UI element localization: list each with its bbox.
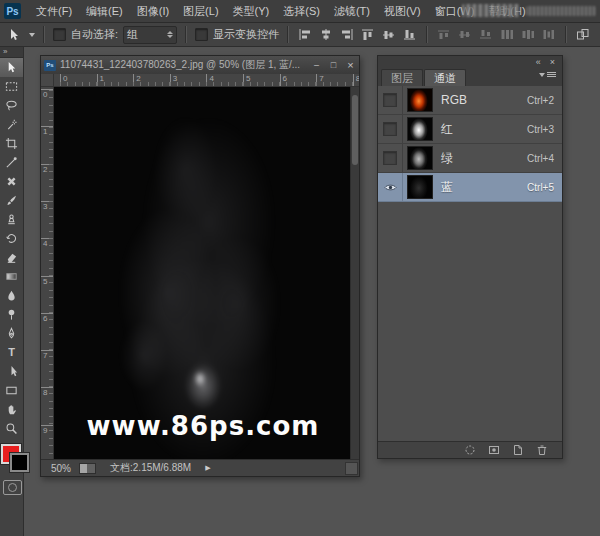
align-right-edges-icon[interactable] (339, 27, 355, 43)
toolbar-collapse-icon[interactable]: » (0, 47, 23, 58)
align-top-edges-icon[interactable] (360, 27, 376, 43)
quick-mask-mode-icon[interactable] (3, 480, 22, 495)
visibility-toggle[interactable] (378, 173, 403, 201)
maximize-icon[interactable]: □ (325, 57, 342, 74)
ruler-mark: 3 (170, 74, 177, 87)
document-title-bar[interactable]: Ps 11074431_122403780263_2.jpg @ 50% (图层… (41, 56, 359, 75)
panel-group-header: « × (378, 56, 562, 68)
document-size-icon (79, 463, 96, 474)
channel-shortcut: Ctrl+3 (527, 124, 562, 135)
channel-row-blue[interactable]: 蓝 Ctrl+5 (378, 173, 562, 202)
tool-options-bar: 自动选择: 组 显示变换控件 (0, 23, 600, 47)
align-left-edges-icon[interactable] (297, 27, 313, 43)
tool-blur[interactable] (0, 286, 23, 305)
visibility-toggle[interactable] (378, 86, 403, 114)
tool-rectangular-marquee[interactable] (0, 77, 23, 96)
delete-channel-icon[interactable] (535, 444, 548, 457)
auto-select-dropdown[interactable]: 组 (123, 26, 177, 44)
visibility-toggle[interactable] (378, 144, 403, 172)
ruler-mark: 9 (41, 425, 54, 435)
ruler-mark: 6 (280, 74, 287, 87)
tab-channels[interactable]: 通道 (424, 69, 466, 86)
tool-clone-stamp[interactable] (0, 210, 23, 229)
channel-shortcut: Ctrl+4 (527, 153, 562, 164)
separator (287, 26, 289, 43)
close-panel-icon[interactable]: × (550, 57, 555, 67)
close-icon[interactable]: × (342, 57, 359, 74)
tool-eraser[interactable] (0, 248, 23, 267)
menu-filter[interactable]: 滤镜(T) (327, 1, 377, 22)
distribute-vertical-centers-icon (457, 27, 473, 43)
tool-zoom[interactable] (0, 419, 23, 438)
ruler-mark: 8 (353, 74, 359, 87)
align-horizontal-centers-icon[interactable] (318, 27, 334, 43)
tool-dodge[interactable] (0, 305, 23, 324)
minimize-icon[interactable]: – (308, 57, 325, 74)
tool-path-selection[interactable] (0, 362, 23, 381)
auto-select-label: 自动选择: (71, 27, 118, 42)
move-tool-preset-icon[interactable] (6, 27, 22, 43)
distribute-left-edges-icon (499, 27, 515, 43)
menu-view[interactable]: 视图(V) (377, 1, 428, 22)
vertical-scrollbar[interactable] (350, 87, 359, 461)
menu-layer[interactable]: 图层(L) (176, 1, 225, 22)
preset-dropdown-icon[interactable] (29, 33, 35, 37)
vertical-ruler: 012345678910 (41, 87, 54, 461)
new-channel-icon[interactable] (511, 444, 524, 457)
zoom-level-field[interactable]: 50% (41, 463, 79, 474)
empty-eye-checkbox[interactable] (383, 151, 397, 165)
menu-image[interactable]: 图像(I) (130, 1, 176, 22)
channel-shortcut: Ctrl+5 (527, 182, 562, 193)
tool-crop[interactable] (0, 134, 23, 153)
panel-bottom-bar (378, 441, 562, 458)
collapse-panel-icon[interactable]: « (536, 57, 541, 67)
channel-row-red[interactable]: 红 Ctrl+3 (378, 115, 562, 144)
empty-eye-checkbox[interactable] (383, 93, 397, 107)
visibility-toggle[interactable] (378, 115, 403, 143)
background-color-swatch[interactable] (10, 453, 29, 472)
ruler-corner (41, 74, 54, 87)
panel-menu-icon[interactable] (539, 72, 556, 77)
tool-spot-healing-brush[interactable] (0, 172, 23, 191)
tool-type[interactable]: T (0, 343, 23, 362)
empty-eye-checkbox[interactable] (383, 122, 397, 136)
tool-hand[interactable] (0, 400, 23, 419)
auto-select-value: 组 (127, 27, 138, 42)
blurred-watermark (526, 6, 596, 16)
channel-row-green[interactable]: 绿 Ctrl+4 (378, 144, 562, 173)
tool-move[interactable] (0, 58, 23, 77)
photoshop-window: Ps 文件(F) 编辑(E) 图像(I) 图层(L) 类型(Y) 选择(S) 滤… (0, 0, 600, 536)
tool-quick-selection[interactable] (0, 115, 23, 134)
distribute-horizontal-centers-icon (520, 27, 536, 43)
channel-row-rgb[interactable]: RGB Ctrl+2 (378, 86, 562, 115)
load-channel-as-selection-icon[interactable] (463, 444, 476, 457)
menu-select[interactable]: 选择(S) (276, 1, 327, 22)
document-window: Ps 11074431_122403780263_2.jpg @ 50% (图层… (40, 55, 360, 477)
channels-panel: « × 图层 通道 RGB Ctrl+2 红 Ctrl+3 (377, 55, 563, 459)
menu-edit[interactable]: 编辑(E) (79, 1, 130, 22)
channel-name: RGB (441, 93, 527, 107)
tab-layers[interactable]: 图层 (381, 69, 423, 86)
color-swatches (1, 444, 31, 474)
auto-align-layers-icon[interactable] (575, 27, 591, 43)
show-transform-checkbox[interactable] (195, 28, 208, 41)
tool-brush[interactable] (0, 191, 23, 210)
menu-file[interactable]: 文件(F) (29, 1, 79, 22)
save-selection-as-channel-icon[interactable] (487, 444, 500, 457)
tool-eyedropper[interactable] (0, 153, 23, 172)
tool-gradient[interactable] (0, 267, 23, 286)
scrollbar-thumb[interactable] (352, 95, 358, 165)
tool-lasso[interactable] (0, 96, 23, 115)
menu-type[interactable]: 类型(Y) (226, 1, 277, 22)
panel-tab-bar: 图层 通道 (378, 68, 562, 86)
auto-select-checkbox[interactable] (53, 28, 66, 41)
tool-pen[interactable] (0, 324, 23, 343)
dropdown-stepper-icon (167, 31, 173, 38)
scrollbar-corner (345, 462, 358, 475)
align-vertical-centers-icon[interactable] (381, 27, 397, 43)
tool-rectangle-shape[interactable] (0, 381, 23, 400)
status-menu-arrow-icon[interactable]: ▶ (205, 464, 210, 472)
canvas[interactable]: www.86ps.com (54, 87, 352, 461)
tool-history-brush[interactable] (0, 229, 23, 248)
align-bottom-edges-icon[interactable] (402, 27, 418, 43)
